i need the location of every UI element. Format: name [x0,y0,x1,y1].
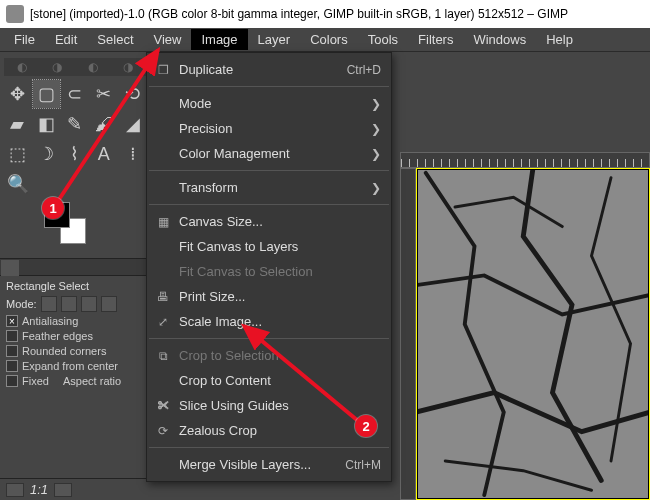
menu-image[interactable]: Image [191,29,247,50]
menu-fit-canvas-selection: Fit Canvas to Selection [147,259,391,284]
status-btn-icon[interactable] [6,483,24,497]
mode-replace-icon[interactable] [41,296,57,312]
brush-tool-icon[interactable]: 🖌 [90,110,117,138]
menu-merge-visible[interactable]: Merge Visible Layers...Ctrl+M [147,452,391,477]
annotation-badge-1: 1 [42,197,64,219]
menu-mode[interactable]: Mode❯ [147,91,391,116]
canvas-size-icon: ▦ [155,214,171,230]
fixed-label: Fixed [22,375,49,387]
smudge-tool-icon[interactable]: ☽ [33,140,60,168]
menu-color-management[interactable]: Color Management❯ [147,141,391,166]
horizontal-ruler [400,152,650,168]
feather-label: Feather edges [22,330,93,342]
menu-windows[interactable]: Windows [463,29,536,50]
pencil-tool-icon[interactable]: ✎ [62,110,89,138]
transform-tool-icon[interactable]: ⟲ [119,80,146,108]
bucket-tool-icon[interactable]: ▰ [4,110,31,138]
menu-canvas-size[interactable]: ▦Canvas Size... [147,209,391,234]
zoom-tool-icon[interactable]: 🔍 [4,170,32,198]
separator [149,170,389,171]
status-nav-icon[interactable] [54,483,72,497]
menu-select[interactable]: Select [87,29,143,50]
menu-zealous-crop[interactable]: ⟳Zealous Crop [147,418,391,443]
menu-file[interactable]: File [4,29,45,50]
menubar: File Edit Select View Image Layer Colors… [0,28,650,52]
fixed-value[interactable]: Aspect ratio [63,375,121,387]
menu-tools[interactable]: Tools [358,29,408,50]
mode-intersect-icon[interactable] [101,296,117,312]
expand-label: Expand from center [22,360,118,372]
canvas-image[interactable] [416,168,650,500]
menu-scale-image[interactable]: ⤢Scale Image... [147,309,391,334]
toolbox: ◐◑◐◑ ✥ ▢ ⊂ ✂ ⟲ ▰ ◧ ✎ 🖌 ◢ ⬚ ☽ ⌇ A ⁞ [0,52,150,258]
zealous-icon: ⟳ [155,423,171,439]
menu-crop-content[interactable]: Crop to Content [147,368,391,393]
dock-tab-icon[interactable] [1,260,19,276]
menu-precision[interactable]: Precision❯ [147,116,391,141]
chevron-right-icon: ❯ [371,181,381,195]
menu-colors[interactable]: Colors [300,29,358,50]
mode-subtract-icon[interactable] [81,296,97,312]
separator [149,86,389,87]
chevron-right-icon: ❯ [371,97,381,111]
menu-slice-guides[interactable]: ✀Slice Using Guides [147,393,391,418]
scale-icon: ⤢ [155,314,171,330]
slice-icon: ✀ [155,398,171,414]
move-tool-icon[interactable]: ✥ [4,80,31,108]
crop-tool-icon[interactable]: ✂ [90,80,117,108]
free-select-tool-icon[interactable]: ⊂ [62,80,89,108]
cracked-texture-icon [416,168,650,500]
picker-tool-icon[interactable]: ⁞ [119,140,146,168]
print-size-icon: 🖶 [155,289,171,305]
menu-print-size[interactable]: 🖶Print Size... [147,284,391,309]
menu-help[interactable]: Help [536,29,583,50]
gradient-tool-icon[interactable]: ◧ [33,110,60,138]
menu-transform[interactable]: Transform❯ [147,175,391,200]
separator [149,447,389,448]
text-tool-icon[interactable]: A [90,140,117,168]
mode-label: Mode: [6,298,37,310]
chevron-right-icon: ❯ [371,147,381,161]
menu-fit-canvas-layers[interactable]: Fit Canvas to Layers [147,234,391,259]
eraser-tool-icon[interactable]: ◢ [119,110,146,138]
fixed-checkbox[interactable] [6,375,18,387]
toolbox-decor: ◐◑◐◑ [4,58,146,76]
menu-filters[interactable]: Filters [408,29,463,50]
tool-options: Rectangle Select Mode: Antialiasing Feat… [0,276,150,394]
clone-tool-icon[interactable]: ⬚ [4,140,31,168]
rounded-label: Rounded corners [22,345,106,357]
menu-layer[interactable]: Layer [248,29,301,50]
chevron-right-icon: ❯ [371,122,381,136]
path-tool-icon[interactable]: ⌇ [62,140,89,168]
annotation-badge-2: 2 [355,415,377,437]
left-dock: ◐◑◐◑ ✥ ▢ ⊂ ✂ ⟲ ▰ ◧ ✎ 🖌 ◢ ⬚ ☽ ⌇ A ⁞ [0,52,150,500]
image-menu-dropdown: ❐DuplicateCtrl+D Mode❯ Precision❯ Color … [146,52,392,482]
menu-view[interactable]: View [144,29,192,50]
crop-icon: ⧉ [155,348,171,364]
menu-edit[interactable]: Edit [45,29,87,50]
window-title: [stone] (imported)-1.0 (RGB color 8-bit … [30,7,568,21]
svg-rect-0 [416,168,650,500]
antialiasing-label: Antialiasing [22,315,78,327]
mode-row: Mode: [6,296,144,312]
tool-options-title: Rectangle Select [6,280,144,292]
separator [149,338,389,339]
feather-checkbox[interactable] [6,330,18,342]
antialiasing-checkbox[interactable] [6,315,18,327]
status-strip: 1:1 [0,478,150,500]
duplicate-icon: ❐ [155,62,171,78]
rect-select-tool-icon[interactable]: ▢ [33,80,60,108]
separator [149,204,389,205]
menu-duplicate[interactable]: ❐DuplicateCtrl+D [147,57,391,82]
rounded-checkbox[interactable] [6,345,18,357]
zoom-label[interactable]: 1:1 [30,482,48,497]
vertical-ruler [400,168,416,500]
menu-crop-selection: ⧉Crop to Selection [147,343,391,368]
dock-tabs [0,258,150,276]
app-icon [6,5,24,23]
expand-checkbox[interactable] [6,360,18,372]
mode-add-icon[interactable] [61,296,77,312]
window-titlebar: [stone] (imported)-1.0 (RGB color 8-bit … [0,0,650,28]
